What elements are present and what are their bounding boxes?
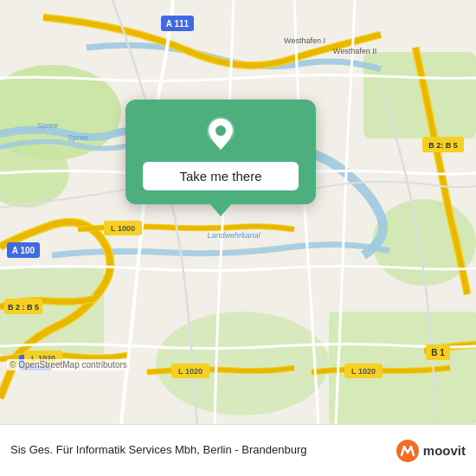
location-name: Sis Ges. Für Informatik Services Mbh, Be… <box>10 442 389 458</box>
info-text-block: Sis Ges. Für Informatik Services Mbh, Be… <box>10 442 389 458</box>
popup-card: Take me there <box>125 100 316 204</box>
svg-text:B 2: B 5: B 2: B 5 <box>428 141 458 150</box>
svg-text:Spree: Spree <box>37 121 58 130</box>
osm-attribution: © OpenStreetMap contributors <box>7 359 130 370</box>
svg-text:L 1000: L 1000 <box>111 224 135 233</box>
svg-text:Westhafen II: Westhafen II <box>333 47 376 55</box>
moovit-icon <box>396 439 420 463</box>
svg-point-34 <box>215 125 226 136</box>
moovit-logo: moovit <box>396 439 466 463</box>
svg-text:Landwehrkanal: Landwehrkanal <box>207 231 261 240</box>
svg-text:L 1020: L 1020 <box>178 367 203 376</box>
svg-text:A 100: A 100 <box>12 246 35 255</box>
svg-text:A 111: A 111 <box>166 19 190 29</box>
location-pin-icon <box>202 115 240 153</box>
take-me-there-button[interactable]: Take me there <box>143 162 299 190</box>
info-bar: Sis Ges. Für Informatik Services Mbh, Be… <box>0 424 476 476</box>
svg-text:B 2 : B 5: B 2 : B 5 <box>8 303 39 312</box>
svg-text:B 1: B 1 <box>431 348 445 357</box>
svg-text:Westhafen I: Westhafen I <box>284 36 325 45</box>
moovit-logo-text: moovit <box>423 443 466 458</box>
svg-text:L 1020: L 1020 <box>351 367 376 376</box>
map-container: A 111 A 100 A 100 B 2: B 5 B 2 : B 5 B 1… <box>0 0 476 424</box>
svg-text:Spree: Spree <box>68 133 88 142</box>
